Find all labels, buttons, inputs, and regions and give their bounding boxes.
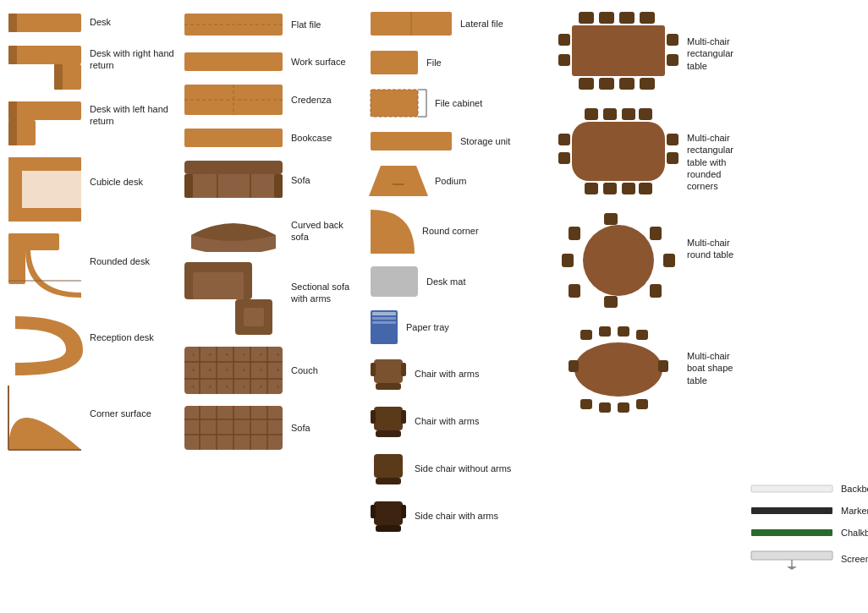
svg-rect-25 bbox=[184, 129, 283, 147]
item-credenza: Credenza bbox=[183, 83, 362, 117]
label-curved-sofa: Curved back sofa bbox=[291, 219, 362, 244]
svg-rect-102 bbox=[619, 12, 635, 24]
shape-side-no-arms bbox=[369, 449, 408, 488]
shape-podium bbox=[369, 162, 428, 200]
svg-marker-150 bbox=[787, 566, 797, 570]
shape-desk bbox=[7, 8, 83, 36]
label-round-table: Multi-chair round table bbox=[687, 237, 746, 261]
svg-rect-131 bbox=[569, 284, 580, 298]
label-paper-tray: Paper tray bbox=[406, 321, 465, 333]
svg-rect-117 bbox=[585, 183, 598, 194]
item-backboard: Backboard bbox=[750, 482, 868, 495]
label-screen: Screen bbox=[841, 553, 868, 565]
item-flat-file: Flat file bbox=[183, 8, 362, 41]
label-flat-file: Flat file bbox=[291, 19, 350, 30]
shape-boat-table bbox=[555, 323, 682, 416]
shape-storage bbox=[369, 129, 453, 154]
item-desk: Desk bbox=[7, 8, 176, 36]
item-desk-left: Desk with left hand return bbox=[7, 100, 176, 147]
svg-rect-2 bbox=[8, 46, 81, 64]
shape-corner bbox=[7, 384, 83, 452]
item-curved-sofa: Curved back sofa bbox=[183, 210, 362, 252]
svg-text:+: + bbox=[191, 351, 195, 358]
shape-round-corner bbox=[369, 208, 415, 255]
label-file-cabinet: File cabinet bbox=[435, 97, 494, 109]
item-bookcase: Bookcase bbox=[183, 125, 362, 151]
item-side-no-arms: Side chair without arms bbox=[369, 449, 548, 488]
svg-text:+: + bbox=[259, 383, 263, 391]
svg-rect-119 bbox=[622, 183, 635, 194]
label-desk-right: Desk with right hand return bbox=[90, 47, 176, 72]
svg-rect-15 bbox=[8, 233, 25, 284]
item-round-corner: Round corner bbox=[369, 208, 548, 255]
label-rounded: Rounded desk bbox=[90, 255, 150, 267]
shape-chair-arms2 bbox=[369, 402, 408, 441]
svg-rect-128 bbox=[663, 254, 675, 267]
svg-rect-87 bbox=[401, 363, 406, 376]
svg-text:+: + bbox=[208, 366, 212, 374]
label-corner: Corner surface bbox=[90, 408, 151, 419]
svg-rect-98 bbox=[376, 525, 401, 532]
item-rounded-rect-table: Multi-chair rectangular table with round… bbox=[555, 105, 743, 198]
svg-rect-121 bbox=[558, 134, 570, 145]
item-sofa: Sofa bbox=[183, 159, 362, 201]
label-rect-table: Multi-chair rectangular table bbox=[687, 36, 746, 72]
item-sofa2: Sofa bbox=[183, 404, 362, 452]
item-chair-arms2: Chair with arms bbox=[369, 402, 548, 441]
label-cubicle: Cubicle desk bbox=[90, 176, 149, 188]
svg-rect-77 bbox=[371, 132, 452, 151]
svg-rect-138 bbox=[636, 330, 648, 340]
svg-rect-143 bbox=[569, 360, 579, 372]
svg-rect-95 bbox=[374, 501, 403, 525]
shape-rounded-rect-table bbox=[555, 105, 682, 198]
svg-text:+: + bbox=[225, 366, 229, 374]
svg-text:+: + bbox=[191, 366, 195, 374]
svg-text:+: + bbox=[242, 383, 246, 391]
item-chalkboard: Chalkboard bbox=[750, 526, 868, 539]
label-credenza: Credenza bbox=[291, 94, 350, 106]
shape-sectional bbox=[183, 260, 284, 337]
shape-sofa bbox=[183, 159, 284, 201]
svg-rect-122 bbox=[558, 152, 570, 164]
item-storage: Storage unit bbox=[369, 129, 548, 154]
label-chair-arms2: Chair with arms bbox=[415, 415, 479, 427]
label-work-surface: Work surface bbox=[291, 56, 350, 68]
svg-text:+: + bbox=[242, 366, 246, 374]
svg-rect-93 bbox=[374, 454, 403, 478]
col5: Backboard Marker board Chalkboard bbox=[743, 8, 868, 578]
svg-rect-133 bbox=[569, 227, 580, 240]
svg-text:+: + bbox=[208, 351, 212, 358]
svg-rect-142 bbox=[636, 399, 648, 409]
shape-file bbox=[369, 47, 420, 78]
shape-cubicle bbox=[7, 156, 83, 223]
svg-rect-89 bbox=[374, 407, 403, 430]
svg-rect-0 bbox=[8, 14, 81, 32]
item-marker-board: Marker board bbox=[750, 504, 868, 517]
shape-work-surface bbox=[183, 49, 284, 74]
svg-text:+: + bbox=[276, 351, 280, 358]
shape-side-with-arms bbox=[369, 496, 408, 535]
item-cubicle: Cubicle desk bbox=[7, 156, 176, 223]
item-rounded: Rounded desk bbox=[7, 232, 176, 299]
svg-rect-124 bbox=[667, 152, 678, 164]
svg-rect-96 bbox=[371, 505, 376, 518]
svg-rect-30 bbox=[184, 174, 193, 198]
svg-rect-140 bbox=[599, 402, 611, 413]
svg-rect-145 bbox=[751, 485, 832, 492]
shape-reception bbox=[7, 308, 83, 375]
label-desk: Desk bbox=[90, 16, 149, 28]
shape-file-cabinet bbox=[369, 86, 428, 120]
label-chair-arms1: Chair with arms bbox=[415, 368, 479, 380]
col3: Lateral file File File cabinet bbox=[362, 8, 548, 578]
label-podium: Podium bbox=[435, 175, 494, 187]
item-podium: Podium bbox=[369, 162, 548, 200]
svg-text:+: + bbox=[276, 383, 280, 391]
svg-rect-144 bbox=[658, 360, 668, 372]
label-side-no-arms: Side chair without arms bbox=[415, 462, 511, 474]
page: Desk Desk with right hand return bbox=[0, 0, 868, 587]
item-corner: Corner surface bbox=[7, 384, 176, 452]
svg-rect-13 bbox=[22, 171, 81, 208]
item-desk-mat: Desk mat bbox=[369, 263, 548, 300]
svg-point-134 bbox=[574, 342, 662, 397]
shape-lateral-file bbox=[369, 8, 453, 39]
